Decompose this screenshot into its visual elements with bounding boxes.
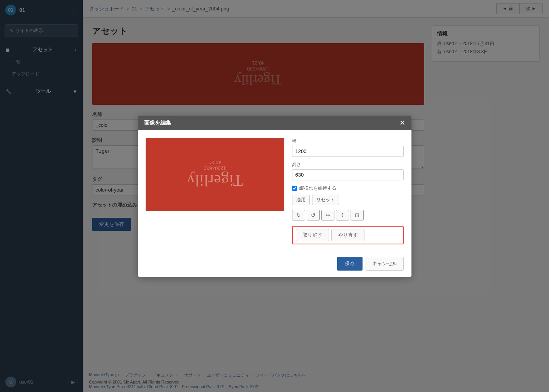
modal-image-preview: Tigerlily 1200×630 40:21 bbox=[146, 138, 284, 211]
modal-header: 画像を編集 ✕ bbox=[138, 116, 411, 130]
height-input[interactable] bbox=[292, 169, 404, 180]
flip-h-button[interactable]: ⇔ bbox=[321, 210, 334, 220]
width-label: 幅 bbox=[292, 138, 404, 145]
modal-save-button[interactable]: 保存 bbox=[337, 257, 363, 271]
undo-button[interactable]: 取り消す bbox=[296, 229, 329, 241]
rotate-cw-button[interactable]: ↻ bbox=[292, 210, 305, 220]
modal-body: Tigerlily 1200×630 40:21 幅 高さ bbox=[138, 130, 411, 252]
flip-v-button[interactable]: ⇕ bbox=[336, 210, 349, 220]
modal-image-area: Tigerlily 1200×630 40:21 bbox=[146, 138, 284, 244]
aspect-ratio-row: 縦横比を維持する bbox=[292, 185, 404, 192]
rotate-ccw-button[interactable]: ↺ bbox=[307, 210, 320, 220]
aspect-ratio-label: 縦横比を維持する bbox=[299, 185, 336, 192]
modal-image-content: Tigerlily 1200×630 40:21 bbox=[187, 160, 243, 190]
undo-redo-row: 取り消す やり直す bbox=[292, 226, 404, 244]
apply-button[interactable]: 適用 bbox=[292, 195, 310, 205]
apply-reset-row: 適用 リセット bbox=[292, 195, 404, 205]
modal-overlay[interactable]: 画像を編集 ✕ Tigerlily 1200×630 40:21 幅 bbox=[0, 0, 549, 392]
modal-title: 画像を編集 bbox=[144, 119, 171, 126]
modal-preview-dims: 1200×630 bbox=[187, 165, 243, 171]
transform-icons-row: ↻ ↺ ⇔ ⇕ ⊡ bbox=[292, 210, 404, 220]
modal-close-button[interactable]: ✕ bbox=[400, 119, 405, 126]
modal-controls: 幅 高さ 縦横比を維持する 適用 リセット bbox=[292, 138, 404, 244]
modal-footer: 保存 キャンセル bbox=[138, 252, 411, 277]
reset-button[interactable]: リセット bbox=[312, 195, 339, 205]
height-field-group: 高さ bbox=[292, 162, 404, 180]
width-field-group: 幅 bbox=[292, 138, 404, 157]
redo-button[interactable]: やり直す bbox=[331, 229, 364, 241]
modal-preview-time: 40:21 bbox=[187, 160, 243, 165]
modal-cancel-button[interactable]: キャンセル bbox=[366, 257, 404, 271]
aspect-ratio-checkbox[interactable] bbox=[292, 186, 297, 191]
width-input[interactable] bbox=[292, 146, 404, 157]
height-label: 高さ bbox=[292, 162, 404, 168]
crop-button[interactable]: ⊡ bbox=[351, 210, 364, 220]
image-edit-modal: 画像を編集 ✕ Tigerlily 1200×630 40:21 幅 bbox=[138, 116, 411, 277]
modal-preview-title: Tigerlily bbox=[187, 171, 243, 190]
